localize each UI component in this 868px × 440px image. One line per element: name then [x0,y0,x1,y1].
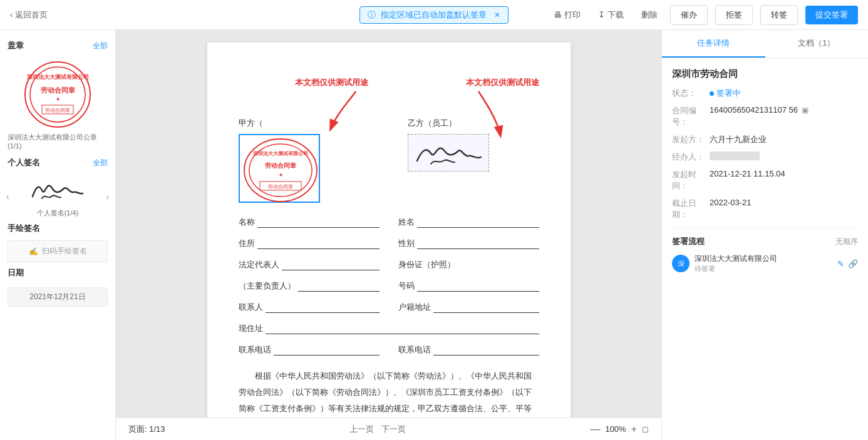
contact2-input-line[interactable] [433,343,539,356]
legal-label: 法定代表人 [239,259,279,270]
toolbar-right: 🖶 打印 ↧ 下载 删除 催办 拒签 转签 提交签署 [549,5,858,25]
svg-text:★: ★ [56,96,60,102]
zoom-plus-button[interactable]: + [631,424,637,435]
transfer-button[interactable]: 转签 [760,5,798,25]
svg-text:★: ★ [278,172,282,178]
back-button[interactable]: ‹ 返回首页 [10,9,48,21]
id-label: 身份证（护照） [398,259,455,270]
tab-doc[interactable]: 文档（1） [765,30,869,58]
signer-status: 待签署 [695,264,832,274]
surname-input-line[interactable] [417,215,539,228]
stamp-section-label: 盖章 [8,40,24,51]
address-input-line[interactable] [257,237,380,249]
operator-value [710,151,760,160]
name-input-line[interactable] [257,215,380,228]
personal-sign-all-link[interactable]: 全部 [93,158,108,168]
info-row-contract-no: 合同编号： 16400565042131107 56 ▣ [672,105,858,128]
phone-input-line[interactable] [274,343,380,356]
sign-flow-avatar: 深 [672,255,690,272]
handwrite-section: ✍ 扫码手绘签名 [0,238,115,265]
gender-input-line[interactable] [417,237,539,249]
arrow-svg-2 [466,88,516,138]
download-button[interactable]: ↧ 下载 [593,7,629,23]
form-field-contact2: 联系电话 [398,343,539,356]
edit-sign-icon[interactable]: ✎ [837,259,844,269]
carousel-next-icon[interactable]: › [102,190,113,203]
delete-button[interactable]: 删除 [636,7,663,23]
status-value: 签署中 [710,88,741,99]
back-arrow-icon: ‹ [10,10,13,19]
main-input-line[interactable] [298,279,380,292]
submit-button[interactable]: 提交签署 [805,6,858,24]
form-field-phone: 联系电话 [239,343,380,356]
form-field-household: 户籍地址 [398,300,539,313]
current-input-line[interactable] [266,322,539,334]
scan-handwrite-button[interactable]: ✍ 扫码手绘签名 [8,240,108,262]
next-page-button[interactable]: 下一页 [381,424,406,435]
svg-point-7 [244,139,317,202]
personal-sign-svg [26,175,89,206]
operator-blurred [710,151,760,160]
current-address-label: 现住址 [239,323,263,334]
household-input-line[interactable] [433,300,539,313]
svg-text:劳动合同章: 劳动合同章 [265,162,296,169]
notice-text: 指定区域已自动加盖默认签章 [381,9,487,21]
zoom-control: — 100% + ◻ [590,424,649,435]
number-input-line[interactable] [417,279,539,292]
prev-page-button[interactable]: 上一页 [349,424,374,435]
tab-task[interactable]: 任务详情 [662,30,765,58]
doc-area: 本文档仅供测试用途 本文档仅供测试用途 甲方（ [116,30,661,440]
party-b-signature-box[interactable] [408,134,489,171]
form-row-4: （主要负责人） 号码 [239,279,539,292]
print-icon: 🖶 [554,10,562,19]
link-sign-icon[interactable]: 🔗 [848,259,858,269]
carousel-prev-icon[interactable]: ‹ [3,190,13,203]
remind-button[interactable]: 催办 [670,5,708,25]
print-button[interactable]: 🖶 打印 [549,7,586,23]
signature-in-doc-svg [411,136,486,170]
right-content: 深圳市劳动合同 状态： 签署中 合同编号： 16400565042131107 … [662,58,868,440]
copy-icon[interactable]: ▣ [802,106,809,115]
party-a-stamp-box[interactable]: 深圳法大大测试有限公司 劳动合同章 ★ 劳动合同章 [239,134,320,203]
form-field-gender: 性别 [398,237,539,249]
stamp-company-label: 深圳法大大测试有限公司公章(1/1) [8,133,108,150]
sign-label: 个人签名(1/4) [37,208,79,218]
svg-point-0 [25,62,90,127]
form-row-5: 联系人 户籍地址 [239,300,539,313]
address-label: 住所 [239,238,255,249]
form-field-number: 号码 [398,279,539,292]
notice-close-icon[interactable]: ✕ [494,11,500,19]
gender-label: 性别 [398,238,415,249]
contract-no-value: 16400565042131107 56 ▣ [710,105,809,115]
sign-flow-info: 深圳法大大测试有限公司 待签署 [695,253,832,274]
contact-input-line[interactable] [266,300,380,313]
info-row-sender: 发起方： 六月十九新企业 [672,134,858,145]
toolbar: ‹ 返回首页 ⓘ 指定区域已自动加盖默认签章 ✕ 🖶 打印 ↧ 下载 删除 催办… [0,0,868,30]
sign-flow-actions: ✎ 🔗 [837,259,858,269]
company-stamp-item[interactable]: 深圳法大大测试有限公司 劳动合同章 ★ 劳动合同章 深圳法大大测试有限公司公章(… [0,55,115,155]
legal-input-line[interactable] [282,258,380,270]
fullscreen-icon[interactable]: ◻ [642,424,649,434]
arrow-svg-1 [318,88,368,132]
sign-carousel: ‹ 个人签名(1/4) › [0,172,115,220]
form-field-legal: 法定代表人 [239,258,380,270]
reject-button[interactable]: 拒签 [715,5,753,25]
sign-flow-item: 深 深圳法大大测试有限公司 待签署 ✎ 🔗 [672,253,858,274]
annotation-1: 本文档仅供测试用途 [295,77,368,132]
party-b-label: 乙方（员工） [408,118,457,129]
party-a-label: 甲方（ [239,118,263,129]
sign-image[interactable]: 个人签名(1/4) [13,175,103,218]
sender-label: 发起方： [672,134,710,145]
toolbar-left: ‹ 返回首页 [10,9,48,21]
form-field-surname: 姓名 [398,215,539,228]
form-field-current: 现住址 [239,322,539,334]
stamp-all-link[interactable]: 全部 [93,41,108,51]
date-badge[interactable]: 2021年12月21日 [8,287,108,307]
stamp-section-header: 盖章 全部 [0,38,115,55]
contact-label: 联系人 [239,302,263,313]
form-field-main: （主要负责人） [239,279,380,292]
zoom-minus-button[interactable]: — [590,424,600,435]
deadline-value: 2022-03-21 [710,198,752,207]
notice-banner: ⓘ 指定区域已自动加盖默认签章 ✕ [359,6,509,24]
contract-title: 深圳市劳动合同 [672,68,858,80]
